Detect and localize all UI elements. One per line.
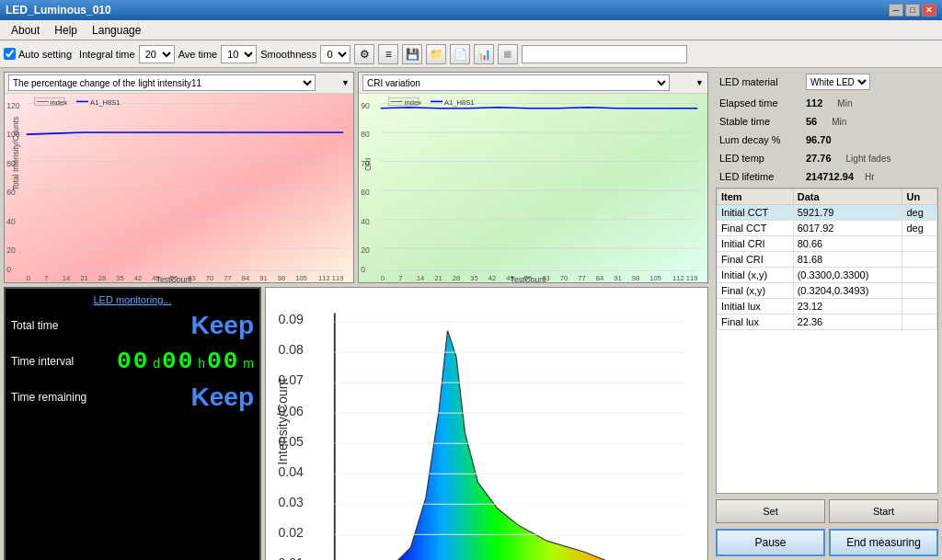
- time-display: 00 d 00 h 00 m: [117, 348, 254, 375]
- total-time-value: Keep: [191, 311, 254, 340]
- svg-text:0.08: 0.08: [278, 342, 304, 357]
- table-scroll[interactable]: Item Data Un Initial CCT 5921.79 deg Fin…: [717, 189, 937, 493]
- svg-text:40: 40: [361, 217, 370, 226]
- list-button[interactable]: ≡: [378, 44, 398, 64]
- svg-text:A1_H8S1: A1_H8S1: [444, 98, 474, 107]
- main-content: The percentage change of the light inten…: [0, 68, 942, 560]
- time-interval-label: Time interval: [11, 355, 94, 368]
- right-panel: LED material White LED Elapsed time 112 …: [712, 68, 942, 560]
- svg-text:TestCount: TestCount: [156, 275, 193, 282]
- cell-unit: [902, 236, 937, 252]
- cell-data: 5921.79: [793, 205, 902, 221]
- cell-data: 22.36: [793, 314, 902, 330]
- folder-button[interactable]: 📁: [426, 44, 446, 64]
- ave-time-label: Ave time: [178, 49, 218, 60]
- integral-time-label: Integral time: [79, 49, 135, 60]
- end-measuring-button[interactable]: End measuring: [829, 529, 938, 556]
- svg-text:70: 70: [206, 274, 213, 282]
- col-item: Item: [718, 189, 794, 205]
- svg-text:98: 98: [632, 274, 639, 282]
- export-button[interactable]: 📊: [474, 44, 494, 64]
- toolbar-text-input[interactable]: [522, 45, 687, 63]
- pause-end-buttons: Pause End measuring: [716, 529, 938, 556]
- svg-text:98: 98: [278, 274, 285, 282]
- total-time-row: Total time Keep: [11, 311, 254, 340]
- stable-time-label: Stable time: [719, 116, 802, 127]
- total-time-label: Total time: [11, 319, 94, 332]
- cell-item: Final (x,y): [718, 283, 794, 299]
- menu-help[interactable]: Help: [47, 22, 85, 39]
- cell-item: Final CRI: [718, 252, 794, 268]
- svg-text:20: 20: [6, 246, 16, 256]
- table-row: Final CRI 81.68: [718, 252, 937, 268]
- lum-decay-label: Lum decay %: [719, 134, 802, 145]
- svg-text:0.09: 0.09: [278, 312, 304, 326]
- integral-time-select[interactable]: 20105: [139, 45, 175, 63]
- svg-text:A1_H8S1: A1_H8S1: [90, 98, 120, 107]
- led-material-select[interactable]: White LED: [806, 74, 870, 90]
- minimize-button[interactable]: ─: [889, 4, 903, 17]
- svg-text:0.04: 0.04: [278, 464, 304, 479]
- cri-chart: CRI variation ▼: [358, 72, 708, 283]
- svg-text:7: 7: [398, 274, 402, 282]
- svg-text:120: 120: [6, 101, 20, 110]
- led-lifetime-value: 214712.94: [806, 171, 854, 182]
- bottom-row: LED monitoring... Total time Keep Time i…: [4, 287, 708, 560]
- svg-text:21: 21: [434, 274, 442, 282]
- table-row: Final CCT 6017.92 deg: [718, 221, 937, 236]
- days-display: 00: [117, 348, 149, 375]
- auto-setting-label: Auto setting: [18, 49, 72, 60]
- led-lifetime-row: LED lifetime 214712.94 Hr: [716, 169, 938, 184]
- pause-button[interactable]: Pause: [716, 529, 825, 556]
- smoothness-label: Smoothness: [260, 49, 316, 60]
- cri-chart-dropdown[interactable]: CRI variation: [362, 74, 670, 91]
- time-remaining-label: Time remaining: [11, 391, 94, 404]
- lum-decay-row: Lum decay % 96.70: [716, 132, 938, 147]
- svg-text:28: 28: [453, 274, 460, 282]
- cell-data: 23.12: [793, 299, 902, 314]
- menu-language[interactable]: Language: [85, 22, 148, 39]
- close-button[interactable]: ✕: [922, 4, 936, 17]
- lum-decay-value: 96.70: [806, 134, 832, 145]
- chart2-expand[interactable]: ▼: [695, 78, 704, 87]
- cell-unit: [902, 283, 937, 299]
- ave-time-select[interactable]: 1051: [221, 45, 257, 63]
- stable-time-unit: Min: [832, 117, 846, 127]
- start-button[interactable]: Start: [829, 499, 938, 523]
- cell-data: (0.3300,0.3300): [793, 268, 902, 283]
- svg-text:77: 77: [224, 274, 231, 282]
- svg-text:index: index: [51, 98, 67, 107]
- menu-about[interactable]: About: [4, 22, 47, 39]
- set-button[interactable]: Set: [716, 499, 825, 523]
- copy-button[interactable]: 📄: [450, 44, 470, 64]
- monitor-title: LED monitoring...: [94, 294, 172, 305]
- cell-item: Initial CCT: [718, 205, 794, 221]
- cell-unit: [902, 268, 937, 283]
- stop-button[interactable]: ⏹: [498, 44, 518, 64]
- auto-setting-checkbox[interactable]: [4, 48, 16, 60]
- svg-text:60: 60: [361, 189, 370, 198]
- cell-item: Final CCT: [718, 221, 794, 236]
- hours-unit: h: [198, 356, 205, 371]
- table-row: Final (x,y) (0.3204,0.3493): [718, 283, 937, 299]
- svg-text:112 119: 112 119: [318, 274, 343, 282]
- save-button[interactable]: 💾: [402, 44, 422, 64]
- left-panel: The percentage change of the light inten…: [0, 68, 712, 560]
- data-table: Item Data Un Initial CCT 5921.79 deg Fin…: [717, 189, 937, 330]
- intensity-chart-dropdown[interactable]: The percentage change of the light inten…: [8, 74, 316, 91]
- window-controls: ─ □ ✕: [889, 4, 936, 17]
- svg-text:0.01: 0.01: [278, 555, 304, 560]
- cri-chart-svg: 90 80 70 60 40 20 0 CRI: [359, 94, 707, 282]
- chart1-expand[interactable]: ▼: [341, 78, 350, 87]
- table-row: Final lux 22.36: [718, 314, 937, 330]
- svg-text:105: 105: [649, 274, 661, 282]
- svg-text:42: 42: [488, 274, 496, 282]
- maximize-button[interactable]: □: [905, 4, 920, 17]
- spectrum-panel: 0.09 0.08 0.07 0.06 0.05 0.04 0.03 0.02 …: [265, 287, 708, 560]
- cell-item: Initial CRI: [718, 236, 794, 252]
- smoothness-select[interactable]: 012: [320, 45, 350, 63]
- svg-rect-39: [359, 94, 707, 282]
- svg-text:112 119: 112 119: [672, 274, 697, 282]
- led-temp-value: 27.76: [806, 153, 832, 164]
- settings-button[interactable]: ⚙: [354, 44, 374, 64]
